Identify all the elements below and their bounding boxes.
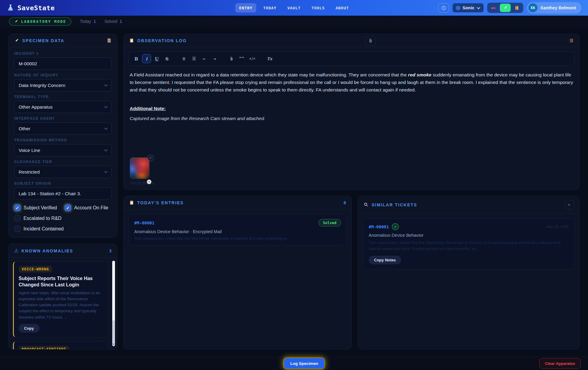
anomaly-body: Agent next steps: Mild vocal modulation … (19, 290, 103, 320)
terminal-type-select[interactable]: Other Apparatus (14, 101, 112, 113)
ticket-title: Anomalous Device Behavior (369, 233, 569, 238)
mode-journal-button[interactable] (512, 4, 522, 12)
log-paragraph: A Field Assistant reached out in regard … (130, 71, 573, 94)
note-body: Captured an image from the Research Cam … (130, 115, 573, 122)
terminal-type-value: Other Apparatus (19, 104, 53, 110)
warning-icon: ⚠ (14, 248, 18, 254)
bold-button[interactable]: B (132, 54, 141, 63)
nature-of-inquiry-select[interactable]: Data Integrity Concern (14, 79, 112, 91)
anomalies-scrollbar[interactable]: ▼ (112, 261, 115, 346)
test-tube-icon (14, 38, 19, 43)
similar-tickets-title: SIMILAR TICKETS (372, 202, 417, 207)
laboratory-mode-badge: LABORATORY MODE (9, 17, 71, 26)
bullet-list-button[interactable]: ☰ (190, 54, 199, 63)
account-on-file-checkbox[interactable] (65, 205, 71, 211)
transmission-method-select[interactable]: Voice Line (14, 144, 112, 156)
clipboard-icon (129, 38, 134, 43)
chevron-down-icon (104, 148, 107, 151)
clearance-tier-label: CLEARANCE TIER (14, 160, 112, 164)
memo-icon[interactable] (107, 38, 112, 43)
chevron-down-icon (477, 6, 480, 9)
zoom-attachment-badge[interactable]: + (147, 180, 151, 184)
anomaly-title: Subject Reports Their Voice Has Changed … (19, 276, 103, 288)
app-title: SaveState (17, 4, 55, 12)
strikethrough-button[interactable]: S (162, 54, 172, 63)
test-tube-icon (14, 19, 18, 23)
quote-button[interactable]: ”” (237, 54, 246, 63)
nav-vault[interactable]: VAULT (283, 3, 305, 13)
header-actions: Sonic XA Xanthey Belmont (438, 2, 581, 14)
brand: SaveState (7, 4, 55, 12)
mode-game-button[interactable] (488, 4, 499, 12)
entry-card[interactable]: #M-00001 Solved Anomalous Device Behavio… (128, 214, 347, 245)
underline-button[interactable]: U (152, 54, 161, 63)
copy-notes-button[interactable]: Copy Notes (369, 256, 401, 264)
nav-tools[interactable]: TOOLS (308, 3, 329, 13)
scrollbar-down-arrow[interactable]: ▼ (112, 343, 115, 346)
bottom-row: TODAY'S ENTRIES 0 #M-00001 Solved Anomal… (123, 196, 580, 350)
status-bar: LABORATORY MODE Today 1 Solved 1 (0, 16, 588, 27)
clear-format-button[interactable]: Tx (265, 54, 274, 63)
outdent-button[interactable]: ⇤ (200, 54, 209, 63)
incident-contained-label: Incident Contained (23, 226, 63, 232)
subject-verified-checkbox-row[interactable]: Subject Verified (14, 205, 57, 211)
subject-origin-input[interactable] (14, 187, 112, 200)
anomalies-count: 3 (109, 248, 112, 253)
clock-icon (441, 5, 446, 11)
link-button[interactable] (227, 54, 236, 63)
interface-agent-label: INTERFACE AGENT (14, 116, 112, 121)
transmission-method-value: Voice Line (19, 148, 40, 153)
clear-apparatus-button[interactable]: Clear Apparatus (539, 358, 581, 368)
attach-file-button[interactable] (365, 36, 376, 45)
observation-editor[interactable]: A Field Assistant reached out in regard … (124, 66, 579, 157)
specimen-panel-header: SPECIMEN DATA (9, 34, 117, 47)
incident-contained-checkbox[interactable] (14, 226, 20, 232)
theme-label: Sonic (463, 5, 474, 10)
chevron-down-icon (104, 105, 107, 108)
escalated-checkbox-row[interactable]: Escalated to R&D (14, 215, 112, 221)
italic-button[interactable]: I (142, 54, 151, 63)
nav-entry[interactable]: ENTRY (235, 3, 256, 13)
log-specimen-button[interactable]: Log Specimen (284, 358, 324, 368)
clearance-tier-select[interactable]: Restricted (14, 166, 112, 178)
footer-bar: Log Specimen Clear Apparatus (0, 356, 588, 370)
similar-ticket-card[interactable]: #M-00001 ✓ Mar 20, 2025 Anomalous Device… (363, 218, 574, 269)
todays-entries-header: TODAY'S ENTRIES 0 (124, 196, 351, 209)
chevron-down-icon (104, 170, 107, 173)
user-chip[interactable]: XA Xanthey Belmont (527, 2, 581, 14)
observation-panel-title: OBSERVATION LOG (137, 38, 187, 43)
ordered-list-button[interactable]: ≣ (179, 54, 188, 63)
nav-today[interactable]: TODAY (259, 3, 280, 13)
nav-about[interactable]: ABOUT (332, 3, 353, 13)
interface-agent-select[interactable]: Other (14, 122, 112, 135)
entry-id[interactable]: #M-00001 (134, 220, 154, 225)
history-button[interactable] (438, 3, 449, 13)
today-counter-label: Today (80, 19, 91, 24)
close-similar-button[interactable]: × (565, 200, 574, 209)
remove-attachment-button[interactable]: × (147, 155, 154, 161)
incident-contained-checkbox-row[interactable]: Incident Contained (14, 226, 112, 232)
indent-button[interactable]: ⇥ (210, 54, 219, 63)
copy-button[interactable]: Copy (19, 324, 39, 333)
anomaly-tag: BROADCAST-SENTIENT (19, 346, 69, 349)
specimen-form: INCIDENT # NATURE OF INQUIRY Data Integr… (9, 47, 117, 237)
account-on-file-checkbox-row[interactable]: Account On File (65, 205, 108, 211)
notebook-icon[interactable] (569, 38, 574, 43)
code-button[interactable]: </> (247, 54, 257, 63)
attachment-thumbnail[interactable] (130, 157, 150, 179)
solved-counter-value: 1 (120, 19, 122, 24)
log-text-highlight: red smoke (408, 72, 432, 77)
chevron-down-icon (104, 126, 107, 130)
ticket-id[interactable]: #M-00001 (369, 224, 389, 229)
incident-number-input[interactable] (14, 57, 112, 70)
mode-lab-button[interactable] (500, 4, 511, 12)
anomalies-scrollbar-thumb[interactable] (112, 261, 115, 321)
app-header: SaveState ENTRY TODAY VAULT TOOLS ABOUT … (0, 0, 588, 16)
escalated-checkbox[interactable] (14, 215, 20, 221)
mode-toggle (487, 3, 523, 13)
solved-counter-label: Solved (104, 19, 117, 24)
similar-tickets-panel: SIMILAR TICKETS × #M-00001 ✓ Mar 20, 202… (358, 196, 580, 350)
attachment-item[interactable]: × + FA128_Resea... (130, 157, 150, 185)
theme-select[interactable]: Sonic (453, 3, 483, 12)
subject-verified-checkbox[interactable] (14, 205, 20, 211)
